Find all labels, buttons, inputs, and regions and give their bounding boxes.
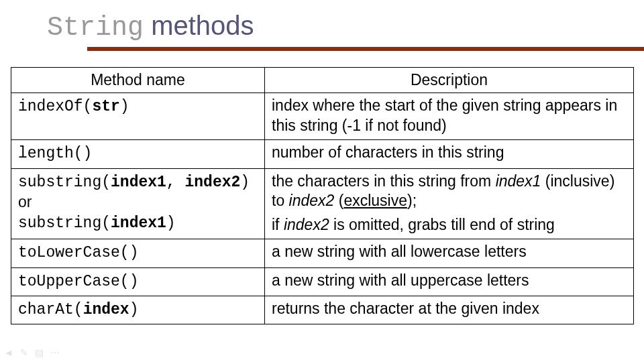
method-cell: toLowerCase() (11, 239, 265, 267)
table-row: toLowerCase() a new string with all lowe… (11, 239, 634, 267)
method-cell: charAt(index) (11, 296, 265, 324)
method-signature-line2: substring(index1) (18, 215, 176, 232)
method-cell: indexOf(str) (11, 93, 265, 140)
more-icon[interactable]: ⋯ (50, 347, 60, 358)
title-underline (87, 47, 644, 51)
method-signature-line1: substring(index1, index2) (18, 174, 250, 191)
table-row: charAt(index) returns the character at t… (11, 296, 634, 324)
desc-line2: if index2 is omitted, grabs till end of … (272, 215, 628, 235)
header-method-name: Method name (11, 68, 265, 93)
title-part-2: methods (144, 11, 254, 40)
table-row: indexOf(str) index where the start of th… (11, 93, 634, 140)
table-row: length() number of characters in this st… (11, 140, 634, 168)
description-cell: returns the character at the given index (265, 296, 634, 324)
table-row: substring(index1, index2) or substring(i… (11, 168, 634, 239)
method-signature: length() (18, 145, 92, 162)
description-cell: number of characters in this string (265, 140, 634, 168)
menu-icon[interactable]: ▤ (35, 347, 44, 358)
slide: { "title": { "part1": "String", "part2":… (0, 0, 644, 362)
method-signature: charAt(index) (18, 301, 138, 318)
method-signature: toLowerCase() (18, 244, 138, 261)
slide-title: String methods (47, 12, 644, 42)
method-signature: indexOf(str) (18, 98, 129, 115)
method-cell: substring(index1, index2) or substring(i… (11, 168, 265, 239)
methods-table: Method name Description indexOf(str) ind… (11, 67, 634, 324)
description-cell: a new string with all lowercase letters (265, 239, 634, 267)
footer-toolbar: ◄ ✎ ▤ ⋯ (4, 347, 60, 358)
description-cell: index where the start of the given strin… (265, 93, 634, 140)
table-row: toUpperCase() a new string with all uppe… (11, 267, 634, 296)
title-part-1: String (47, 13, 144, 43)
method-or: or (18, 193, 32, 210)
prev-icon[interactable]: ◄ (4, 347, 13, 358)
description-cell: the characters in this string from index… (265, 168, 634, 239)
method-cell: toUpperCase() (11, 267, 265, 296)
desc-line1: the characters in this string from index… (272, 172, 614, 209)
description-cell: a new string with all uppercase letters (265, 267, 634, 296)
pen-icon[interactable]: ✎ (20, 347, 28, 358)
method-signature: toUpperCase() (18, 273, 138, 290)
header-description: Description (265, 68, 634, 93)
method-cell: length() (11, 140, 265, 168)
table-header-row: Method name Description (11, 68, 634, 93)
title-block: String methods (0, 0, 644, 51)
